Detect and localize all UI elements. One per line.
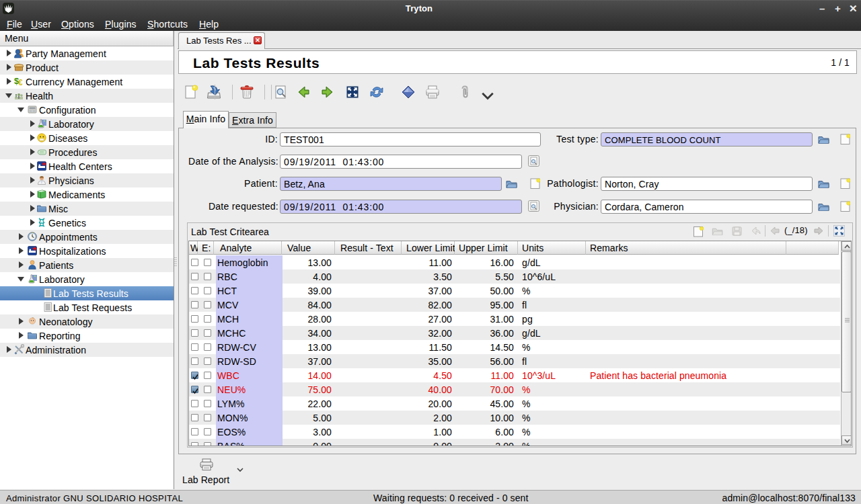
svg-text:€: € [18,78,23,87]
